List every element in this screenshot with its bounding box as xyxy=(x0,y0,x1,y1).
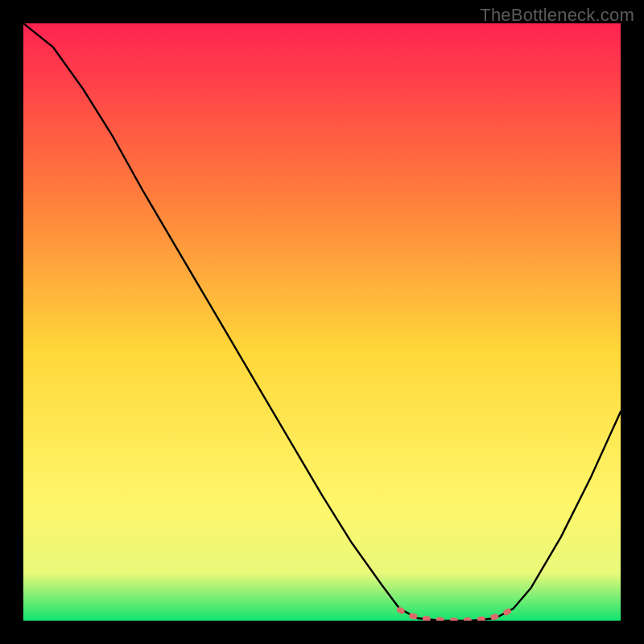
chart-container: TheBottleneck.com xyxy=(0,0,644,644)
watermark-text: TheBottleneck.com xyxy=(480,5,634,26)
chart-svg xyxy=(23,23,621,621)
plot-area xyxy=(23,23,621,621)
gradient-background xyxy=(23,23,621,621)
